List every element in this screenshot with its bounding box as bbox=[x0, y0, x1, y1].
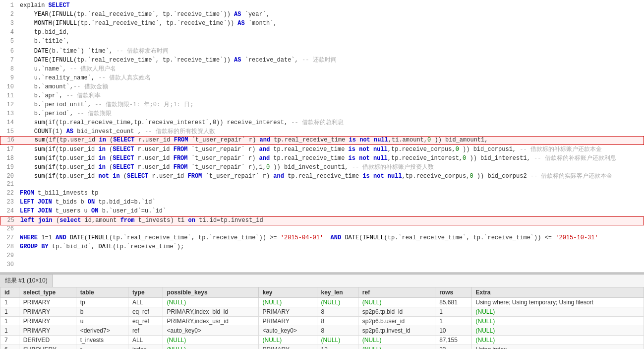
code-line: 11 b.`apr`, -- 借款利率 bbox=[0, 91, 644, 100]
token-plain: (tp.`real_receive_time`, tp.`receive_tim… bbox=[73, 57, 234, 64]
code-line: 21 bbox=[0, 181, 644, 190]
token-kw: in bbox=[98, 164, 105, 171]
line-content: b.`title`, bbox=[20, 38, 642, 45]
token-num: 0 bbox=[456, 146, 459, 153]
table-cell-rows: 1 bbox=[435, 317, 471, 326]
token-plain: ( bbox=[52, 20, 56, 27]
token-fn: YEAR bbox=[34, 11, 49, 18]
code-line: 18 sum(if(tp.user_id in (SELECT r.user_i… bbox=[0, 154, 644, 163]
token-plain: (if(tp.user_id bbox=[45, 146, 98, 153]
column-header: select_type bbox=[19, 287, 76, 298]
line-number: 3 bbox=[2, 20, 14, 27]
table-cell-rows: 87,155 bbox=[435, 336, 471, 345]
line-content: b.`amount`,-- 借款金额 bbox=[20, 82, 642, 91]
code-line: 23LEFT JOIN t_bids b ON tp.bid_id=b.`id` bbox=[0, 199, 644, 208]
line-content: DATE(IFNULL(tp.`real_receive_time`, tp.`… bbox=[20, 56, 642, 64]
token-kw: not in bbox=[98, 173, 119, 180]
token-plain: ( bbox=[49, 57, 52, 64]
token-plain: ,tp.receive_corpus, bbox=[402, 173, 470, 180]
token-kw: ON bbox=[88, 199, 95, 206]
table-cell-extra: (NULL) bbox=[471, 307, 644, 317]
table-cell-extra: Using where; Using temporary; Using file… bbox=[471, 298, 644, 307]
token-plain: ( bbox=[106, 164, 113, 171]
token-kw: and bbox=[260, 137, 271, 143]
token-kw: in bbox=[98, 146, 105, 153]
token-plain: (tp.`real_receive_time`, tp.`receive_tim… bbox=[73, 11, 234, 18]
token-str: '2015-10-31' bbox=[555, 234, 598, 241]
token-fn: IFNULL bbox=[52, 11, 73, 18]
token-plain: (tp.`real_receive_time`, tp.`receive_tim… bbox=[109, 234, 281, 241]
token-plain: b.`amount`, bbox=[20, 83, 73, 90]
token-kw: and bbox=[273, 173, 284, 180]
token-kw: select bbox=[59, 217, 81, 224]
token-plain: tp.real_receive_time bbox=[270, 155, 348, 162]
token-fn: sum bbox=[34, 155, 45, 162]
token-kw: FROM bbox=[20, 190, 34, 197]
table-cell-id: 1 bbox=[0, 298, 19, 307]
code-line: 30 bbox=[0, 261, 644, 270]
line-number: 15 bbox=[2, 128, 14, 135]
token-cm: -- 借款标的总利息 bbox=[291, 119, 344, 126]
line-number: 8 bbox=[2, 66, 14, 72]
table-cell-ref: (NULL) bbox=[358, 345, 435, 349]
code-line: 9 u.`reality_name`, -- 借款人真实姓名 bbox=[0, 73, 644, 82]
line-number: 19 bbox=[2, 164, 14, 171]
token-plain: ,ti.amount, bbox=[388, 137, 427, 143]
token-kw: SELECT bbox=[113, 164, 134, 171]
line-number: 13 bbox=[2, 110, 14, 117]
table-cell-ref: sp2p6.b.user_id bbox=[358, 317, 435, 326]
token-fn: DATE bbox=[34, 48, 49, 55]
token-plain bbox=[20, 48, 34, 55]
line-content: sum(if(tp.user_id in (SELECT r.user_id F… bbox=[20, 137, 642, 143]
column-header: table bbox=[76, 287, 128, 298]
line-number: 30 bbox=[2, 261, 14, 268]
line-content: LEFT JOIN t_bids b ON tp.bid_id=b.`id` bbox=[20, 199, 642, 206]
token-plain: t_invests) ti bbox=[134, 217, 188, 224]
token-plain: r.user_id bbox=[134, 146, 173, 153]
token-kw: on bbox=[188, 217, 195, 224]
token-plain bbox=[20, 173, 34, 180]
line-content: MONTH(IFNULL(tp.`real_receive_time`, tp.… bbox=[20, 20, 642, 27]
line-number: 29 bbox=[2, 252, 14, 259]
line-content: explain SELECT bbox=[20, 2, 642, 9]
code-line: 29 bbox=[0, 252, 644, 261]
line-content: sum(if(tp.user_id in (SELECT r.user_id F… bbox=[20, 163, 642, 171]
column-header: possible_keys bbox=[163, 287, 258, 298]
token-plain: )) bid_corpus2 bbox=[473, 173, 530, 180]
token-plain: b.`user_id`=u.`id` bbox=[98, 208, 166, 214]
token-kw: left join bbox=[20, 217, 53, 224]
table-cell-rows: 85,681 bbox=[435, 298, 471, 307]
token-kw: LEFT JOIN bbox=[20, 199, 52, 206]
token-cm: -- 借款人用户名 bbox=[70, 66, 117, 72]
code-line: 17 sum(if(tp.user_id in (SELECT r.user_i… bbox=[0, 145, 644, 154]
token-plain: ,tp.receive_corpus, bbox=[388, 146, 456, 153]
results-tab[interactable]: 结果 #1 (10×10) bbox=[0, 275, 53, 287]
token-cm: -- 借款金额 bbox=[73, 83, 108, 90]
code-line: 13 b.`period`, -- 借款期限 bbox=[0, 109, 644, 118]
token-kw: SELECT bbox=[113, 146, 134, 153]
token-cm: -- 借款利率 bbox=[66, 92, 101, 99]
token-plain: b.`period_unit`, bbox=[20, 101, 95, 108]
table-cell-possible_keys: <auto_key0> bbox=[163, 326, 258, 336]
token-kw: ON bbox=[91, 208, 98, 214]
token-plain: tp.real_receive_time bbox=[284, 173, 362, 180]
token-cm: -- 借款标的补标账户还款利息 bbox=[534, 155, 616, 162]
token-plain: tp.real_receive_time bbox=[270, 137, 349, 143]
token-plain: u.`name`, bbox=[20, 66, 70, 72]
code-line: 19 sum(if(tp.user_id in (SELECT r.user_i… bbox=[0, 163, 644, 172]
line-number: 11 bbox=[2, 92, 14, 99]
token-plain: (tp.`real_receive_time`, tp.`receive_tim… bbox=[77, 20, 237, 27]
token-num: 0 bbox=[469, 173, 473, 180]
token-plain: r.user_id bbox=[134, 137, 174, 143]
table-cell-table: r bbox=[76, 345, 128, 349]
token-plain: ( bbox=[106, 137, 113, 143]
token-fn: DATE bbox=[345, 234, 359, 241]
table-cell-select_type: PRIMARY bbox=[19, 298, 76, 307]
token-kw: SELECT bbox=[127, 173, 148, 180]
token-plain bbox=[20, 164, 34, 171]
line-number: 21 bbox=[2, 181, 14, 188]
token-kw: is not null bbox=[349, 137, 388, 143]
token-kw: SELECT bbox=[113, 137, 134, 143]
line-content: left join (select id,amount from t_inves… bbox=[20, 217, 642, 224]
token-plain: )) bid_corpus1, bbox=[459, 146, 520, 153]
